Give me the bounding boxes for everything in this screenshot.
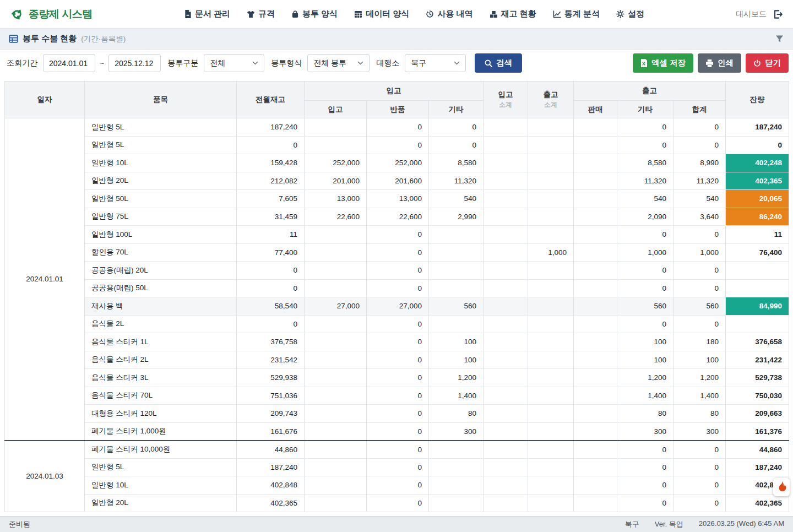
ledger-table: 일자 품목 전월재고 입고 입고 소계 출고 소계 출고 잔량 입고 반품 기타	[4, 81, 789, 512]
col-header-remain: 잔량	[726, 82, 789, 118]
debug-toolbar-button[interactable]	[773, 478, 790, 496]
agency-select[interactable]: 북구	[405, 54, 466, 72]
cell-out-subtotal	[528, 154, 574, 172]
cell-item: 음식물 스티커 3L	[85, 369, 237, 387]
nav-item-usage[interactable]: 사용 내역	[426, 9, 472, 19]
cell-total: 0	[673, 136, 726, 154]
cell-out-subtotal	[528, 262, 574, 280]
table-row[interactable]: 폐기물 스티커 1,000원161,6760300300300161,376	[5, 422, 789, 441]
cell-prev-stock: 31,459	[237, 208, 305, 226]
cell-item: 폐기물 스티커 1,000원	[85, 422, 237, 441]
table-row[interactable]: 음식물 스티커 2L231,5420100100100231,422	[5, 351, 789, 369]
cell-prev-stock: 212,082	[237, 172, 305, 190]
cell-item: 대형용 스티커 120L	[85, 405, 237, 423]
table-row[interactable]: 일반형 10L159,428252,000252,0008,5808,5808,…	[5, 154, 789, 172]
cell-remain: 0	[726, 136, 789, 154]
nav-item-stats[interactable]: 통계 분석	[553, 9, 600, 19]
cell-total: 0	[673, 458, 726, 476]
app-brand[interactable]: 종량제 시스템	[10, 7, 93, 21]
cell-remain	[726, 279, 789, 297]
table-row[interactable]: 음식물 스티커 1L376,7580100100180376,658	[5, 333, 789, 351]
chevron-down-icon	[357, 61, 363, 65]
nav-item-data-form[interactable]: 데이터 양식	[354, 9, 409, 19]
cell-out-subtotal	[528, 441, 574, 459]
status-version: Ver. 목업	[655, 519, 683, 529]
logout-icon[interactable]	[772, 9, 783, 20]
nav-item-spec[interactable]: 규격	[247, 9, 275, 19]
bag-type-select[interactable]: 전체	[204, 54, 264, 72]
table-row[interactable]: 일반형 50L7,60513,00013,00054054054020,065	[5, 190, 789, 208]
agency-label: 대행소	[376, 58, 399, 68]
close-button[interactable]: 닫기	[746, 53, 789, 73]
cell-in-subtotal	[484, 458, 528, 476]
status-region: 북구	[625, 519, 639, 529]
date-to-input[interactable]	[108, 54, 161, 72]
nav-item-label: 규격	[258, 9, 275, 19]
cell-prev-stock: 0	[237, 262, 305, 280]
cell-etc-in	[429, 494, 484, 512]
nav-item-docs[interactable]: 문서 관리	[184, 9, 230, 19]
cell-return: 0	[367, 226, 429, 244]
nav-item-label: 재고 현황	[501, 9, 536, 19]
table-row[interactable]: 일반형 75L31,45922,60022,6002,9902,0903,640…	[5, 208, 789, 226]
cell-etc-out: 540	[617, 190, 673, 208]
cell-remain: 20,065	[726, 190, 789, 208]
table-row[interactable]: 일반형 5L000000	[5, 136, 789, 154]
cell-in	[305, 243, 367, 262]
cell-etc-out: 300	[617, 422, 673, 441]
cell-total: 11,320	[673, 172, 726, 190]
cell-etc-in: 2,990	[429, 208, 484, 226]
excel-save-button[interactable]: 엑셀 저장	[633, 53, 693, 73]
cell-in	[305, 458, 367, 476]
cell-prev-stock: 7,605	[237, 190, 305, 208]
inventory-icon	[490, 10, 498, 18]
search-icon	[485, 59, 492, 67]
table-row[interactable]: 대형용 스티커 120L209,7430808080209,663	[5, 405, 789, 423]
cell-total: 80	[673, 405, 726, 423]
cell-prev-stock: 529,938	[237, 369, 305, 387]
col-header-in: 입고	[305, 101, 367, 118]
cell-remain: 84,990	[726, 297, 789, 316]
bag-format-label: 봉투형식	[271, 58, 302, 68]
table-row[interactable]: 음식물 스티커 3L529,93801,2001,2001,200529,738	[5, 369, 789, 387]
cell-return: 0	[367, 243, 429, 262]
table-row[interactable]: 2024.01.03폐기물 스티커 10,000원44,86000044,860	[5, 441, 789, 459]
table-row[interactable]: 공공용(매립) 20L0000	[5, 262, 789, 280]
cell-return: 0	[367, 476, 429, 495]
cell-etc-in: 540	[429, 190, 484, 208]
cell-in	[305, 441, 367, 459]
cell-return: 0	[367, 315, 429, 333]
table-row[interactable]: 일반형 20L212,082201,000201,60011,32011,320…	[5, 172, 789, 190]
bag-format-select[interactable]: 전체 봉투	[307, 54, 370, 72]
cell-etc-in: 11,320	[429, 172, 484, 190]
table-row[interactable]: 일반형 5L187,240000187,240	[5, 458, 789, 476]
table-row[interactable]: 일반형 100L1100011	[5, 226, 789, 244]
table-row[interactable]: 음식물 스티커 70L751,03601,4001,4001,400750,03…	[5, 387, 789, 405]
nav-item-settings[interactable]: 설정	[616, 9, 644, 19]
cell-return: 201,600	[367, 172, 429, 190]
period-label: 조회기간	[7, 58, 37, 68]
dashboard-link[interactable]: 대시보드	[736, 9, 767, 19]
table-row[interactable]: 음식물 2L0000	[5, 315, 789, 333]
print-button[interactable]: 인쇄	[698, 53, 741, 73]
filter-icon[interactable]	[775, 35, 784, 44]
table-row[interactable]: 2024.01.01일반형 5L187,2400000187,240	[5, 118, 789, 137]
shirt-icon	[247, 10, 255, 18]
date-from-input[interactable]	[43, 54, 95, 72]
search-button[interactable]: 검색	[475, 53, 522, 73]
nav-item-bag-form[interactable]: 봉투 양식	[291, 9, 338, 19]
cell-total: 100	[673, 351, 726, 369]
nav-item-inventory[interactable]: 재고 현황	[490, 9, 536, 19]
cell-return: 0	[367, 262, 429, 280]
cell-out-subtotal	[528, 297, 574, 316]
cell-in-subtotal	[484, 208, 528, 226]
cell-remain: 209,663	[726, 405, 789, 423]
cell-item: 일반형 10L	[85, 476, 237, 495]
table-row[interactable]: 할인용 70L77,40001,0001,0001,00076,400	[5, 243, 789, 262]
cell-in: 201,000	[305, 172, 367, 190]
table-row[interactable]: 재사용 백58,54027,00027,00056056056084,990	[5, 297, 789, 316]
table-row[interactable]: 공공용(매립) 50L0000	[5, 279, 789, 297]
cell-in	[305, 262, 367, 280]
table-row[interactable]: 일반형 10L402,848000402,848	[5, 476, 789, 495]
table-row[interactable]: 일반형 20L402,365000402,365	[5, 494, 789, 512]
